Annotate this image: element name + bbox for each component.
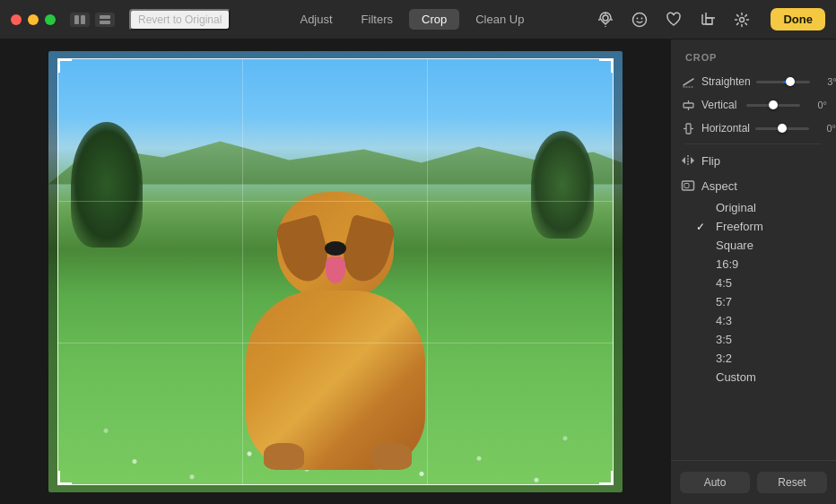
titlebar: Revert to Original Adjust Filters Crop C… xyxy=(0,0,836,39)
aspect-label-custom: Custom xyxy=(716,370,756,384)
emoji-icon[interactable] xyxy=(627,7,652,32)
aspect-item-custom[interactable]: Custom xyxy=(696,368,836,387)
aspect-item-3-2[interactable]: 3:2 xyxy=(696,349,836,368)
flip-row[interactable]: Flip xyxy=(671,148,836,173)
svg-point-9 xyxy=(633,13,647,26)
close-button[interactable] xyxy=(11,14,22,25)
dog-paw-right xyxy=(371,443,412,470)
straighten-value: 3° xyxy=(815,76,836,87)
svg-rect-1 xyxy=(81,15,85,24)
aspect-list: Original ✓ Freeform Square 16:9 4:5 5:7 xyxy=(671,198,836,387)
crop-icon[interactable] xyxy=(695,7,720,32)
tab-cleanup[interactable]: Clean Up xyxy=(463,9,536,30)
image-area xyxy=(0,39,670,504)
done-button[interactable]: Done xyxy=(771,8,825,30)
photo-scene xyxy=(48,51,623,492)
aspect-label-3-5: 3:5 xyxy=(716,333,732,346)
tree-left xyxy=(71,122,143,248)
svg-rect-2 xyxy=(100,15,110,19)
traffic-lights xyxy=(11,14,56,25)
aspect-label-freeform: Freeform xyxy=(716,220,763,233)
straighten-slider[interactable] xyxy=(756,81,810,83)
vertical-label: Vertical xyxy=(701,99,741,111)
svg-rect-27 xyxy=(683,181,694,190)
aspect-label-16-9: 16:9 xyxy=(716,257,738,271)
toolbar-icons: Done xyxy=(593,7,825,32)
nav-tabs: Adjust Filters Crop Clean Up xyxy=(287,9,536,30)
maximize-button[interactable] xyxy=(45,14,56,25)
aspect-label-4-3: 4:3 xyxy=(716,314,732,327)
dog-nose xyxy=(325,241,346,256)
svg-rect-20 xyxy=(684,103,693,108)
aspect-item-3-5[interactable]: 3:5 xyxy=(696,330,836,349)
aspect-item-original[interactable]: Original xyxy=(696,198,836,217)
dog-paw-left xyxy=(264,443,304,470)
aspect-icon xyxy=(680,178,696,193)
flip-icon xyxy=(680,153,696,168)
window-controls xyxy=(70,13,115,27)
aspect-item-square[interactable]: Square xyxy=(696,236,836,255)
aspect-row[interactable]: Aspect xyxy=(671,173,836,198)
gear-icon[interactable] xyxy=(729,7,754,32)
flip-label: Flip xyxy=(701,154,720,168)
aspect-label-5-7: 5:7 xyxy=(716,295,732,308)
revert-to-original-button[interactable]: Revert to Original xyxy=(129,9,231,30)
aspect-item-4-5[interactable]: 4:5 xyxy=(696,274,836,292)
horizontal-value: 0° xyxy=(814,123,836,134)
panel-footer: Auto Reset xyxy=(671,460,836,504)
tree-right xyxy=(531,131,594,239)
svg-rect-23 xyxy=(686,124,691,134)
svg-rect-3 xyxy=(100,21,110,24)
svg-point-4 xyxy=(603,15,608,21)
horizontal-slider[interactable] xyxy=(755,127,809,130)
heart-icon[interactable] xyxy=(661,7,686,32)
aspect-label-4-5: 4:5 xyxy=(716,276,732,290)
tab-filters[interactable]: Filters xyxy=(349,9,405,30)
dog-body-main xyxy=(246,291,425,470)
dog xyxy=(228,183,443,470)
tab-crop[interactable]: Crop xyxy=(409,9,459,30)
minimize-button[interactable] xyxy=(28,14,39,25)
aspect-item-16-9[interactable]: 16:9 xyxy=(696,255,836,274)
svg-rect-0 xyxy=(74,15,79,24)
aspect-item-5-7[interactable]: 5:7 xyxy=(696,292,836,311)
horizontal-icon xyxy=(680,120,696,136)
aspect-item-freeform[interactable]: ✓ Freeform xyxy=(696,217,836,236)
reset-button[interactable]: Reset xyxy=(757,472,827,493)
dog-head xyxy=(277,192,394,300)
svg-rect-16 xyxy=(706,18,712,24)
straighten-row: Straighten 3° xyxy=(671,70,836,93)
window-tile-right[interactable] xyxy=(95,13,115,27)
aspect-label-square: Square xyxy=(716,239,753,252)
photo-background xyxy=(48,51,623,492)
main-content: CROP Straighten 3° xyxy=(0,39,836,504)
auto-button[interactable]: Auto xyxy=(680,472,750,493)
svg-line-18 xyxy=(684,79,693,85)
aspect-label-3-2: 3:2 xyxy=(716,352,732,365)
horizontal-row: Horizontal 0° xyxy=(671,117,836,140)
right-panel: CROP Straighten 3° xyxy=(670,39,836,504)
svg-point-17 xyxy=(740,17,745,22)
window-tile-left[interactable] xyxy=(70,13,90,27)
vertical-icon xyxy=(680,97,696,113)
vertical-value: 0° xyxy=(806,100,827,110)
vertical-slider[interactable] xyxy=(746,104,800,107)
aspect-label-original: Original xyxy=(716,201,756,214)
aspect-label: Aspect xyxy=(701,179,737,193)
straighten-icon xyxy=(680,74,696,90)
svg-point-10 xyxy=(637,17,639,19)
aspect-check-freeform: ✓ xyxy=(696,221,709,233)
vertical-thumb[interactable] xyxy=(769,100,778,109)
aspect-item-4-3[interactable]: 4:3 xyxy=(696,311,836,330)
panel-title: CROP xyxy=(671,39,836,70)
dog-tongue xyxy=(326,256,345,283)
photo-container[interactable] xyxy=(48,51,623,492)
horizontal-thumb[interactable] xyxy=(778,124,787,133)
horizontal-label: Horizontal xyxy=(701,122,750,135)
svg-point-11 xyxy=(641,17,643,19)
svg-rect-28 xyxy=(684,184,689,188)
tab-adjust[interactable]: Adjust xyxy=(287,9,344,30)
dog-ear-right xyxy=(336,214,396,287)
straighten-thumb[interactable] xyxy=(786,77,795,86)
location-icon[interactable] xyxy=(593,7,618,32)
